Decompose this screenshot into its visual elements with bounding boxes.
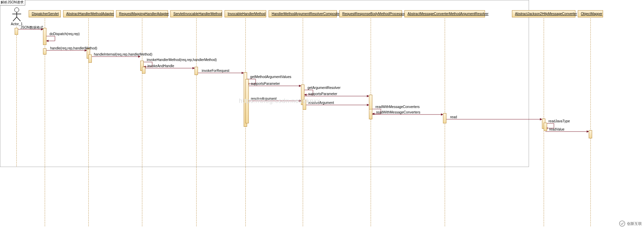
participant-p8: AbstractJackson2HttpMessageConverter [512,10,575,17]
message-label: readWithMessageConverters [375,105,420,109]
message-label: supportsParameter [251,82,280,86]
lifeline-p3 [196,18,197,226]
message-label: handle(req,rep,handlerMethod) [50,46,97,50]
message-label: supportsParameter [308,92,337,96]
svg-line-3 [17,17,20,21]
message-label: handleInternal(req,rep,handlerMethod) [94,52,152,56]
message-label: getArgumentResolver [307,86,341,90]
lifeline-p9 [590,18,591,226]
svg-line-2 [13,17,17,21]
activation [88,55,92,63]
activation [142,67,145,74]
message-label: invokeAndHandle [147,64,174,68]
participant-p4: InvocableHandlerMethod [225,10,266,17]
participant-p7: AbstractMessageConverterMethodArgumentRe… [404,10,485,17]
activation [43,48,46,55]
participant-p2: RequestMappingHandlerAdapter [116,10,168,17]
participant-p9: ObjectMapper [578,10,603,17]
activation [443,113,446,123]
participant-p6: RequestResponseBodyMethodProcessor [339,10,402,17]
message-label: JSON数据格式 [20,25,43,30]
message-label: invokeForRequest [202,69,229,73]
message-label: read [450,115,457,119]
message-label: readValue [549,127,564,131]
participant-p5: HandlerMethodArgumentResolverComposite [269,10,337,17]
message-label: resolveArgument [251,97,277,101]
lifeline-p6 [371,18,371,226]
activation [245,79,249,123]
footer-logo-text: 创新互联 [627,221,642,226]
diagram-title: 解析JSON请求 [0,0,25,5]
participant-p1: AbstractHandlerMethodAdapter [63,10,114,17]
svg-point-16 [619,221,625,226]
message-label: readWithMessageConverters [376,110,420,114]
lifeline-p2 [142,18,142,226]
message-label: doDispatch(req,rep) [49,32,80,36]
activation [369,109,372,119]
message-label: resolveArgument [308,101,334,105]
activation [195,67,198,75]
message-label: readJavaType [548,119,570,123]
activation [589,130,592,138]
message-label: invokeHandlerMethod(req,rep,handlerMetho… [147,58,217,62]
participant-p0: DispatcherServlet [29,10,61,17]
actor-figure [12,7,22,21]
activation [303,100,306,110]
activation [544,123,547,131]
activation [43,28,46,45]
participant-p3: ServletInvocableHandlerMethod [170,10,222,17]
message-label: getMethodArgumentValues [250,75,291,79]
activation [15,28,18,35]
footer-logo: 创新互联 [619,220,642,227]
lifeline-p5 [303,18,303,226]
actor-lifeline [16,27,17,166]
logo-icon [619,220,626,227]
